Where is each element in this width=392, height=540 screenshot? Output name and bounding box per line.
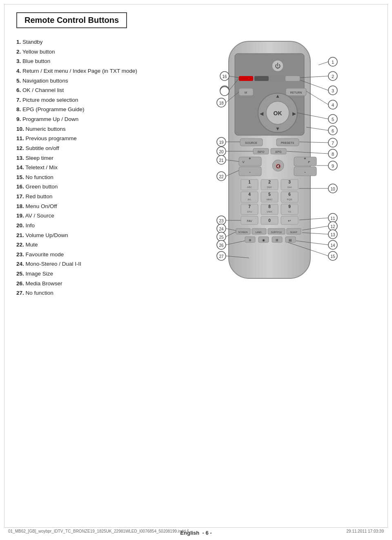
svg-text:23: 23 [219, 219, 224, 223]
remote-wrap: ⏻ M RETURN OK [212, 37, 343, 291]
svg-text:7: 7 [332, 141, 334, 146]
svg-text:SUBTITLE: SUBTITLE [271, 231, 282, 233]
svg-text:-: - [305, 170, 306, 174]
svg-text:DEF: DEF [267, 186, 272, 188]
svg-text:VWX: VWX [267, 211, 272, 213]
svg-text:M: M [245, 91, 247, 94]
svg-text:🔇: 🔇 [276, 164, 281, 169]
svg-text:◉: ◉ [262, 238, 265, 242]
svg-text:P: P [308, 160, 310, 164]
svg-text:YZ: YZ [288, 211, 291, 213]
svg-text:25: 25 [219, 235, 224, 240]
svg-text:9: 9 [288, 204, 291, 209]
footer: 01_MB62_[GB]_woybpr_IDTV_TC_BRONZE19_182… [0, 530, 392, 536]
svg-text:16: 16 [222, 74, 227, 79]
svg-text:EPG: EPG [276, 150, 282, 153]
svg-text:PQR: PQR [287, 198, 292, 201]
svg-text:V: V [242, 160, 245, 164]
svg-text:⊕: ⊕ [249, 238, 252, 242]
svg-rect-6 [270, 76, 284, 81]
svg-text:1: 1 [332, 60, 334, 65]
svg-text:-: - [249, 170, 251, 174]
svg-text:JKL: JKL [247, 198, 252, 201]
svg-text:3: 3 [288, 180, 291, 184]
svg-text:5: 5 [268, 192, 271, 197]
svg-rect-5 [254, 76, 269, 81]
svg-text:19: 19 [219, 140, 224, 145]
footer-page-number: - 6 - [203, 530, 212, 536]
svg-text:GHI: GHI [287, 186, 292, 188]
svg-text:6: 6 [288, 192, 291, 197]
svg-text:8: 8 [332, 152, 334, 157]
footer-file-left: 01_MB62_[GB]_woybpr_IDTV_TC_BRONZE19_182… [8, 529, 189, 533]
svg-text:▲: ▲ [275, 93, 280, 99]
svg-text:11: 11 [330, 216, 335, 221]
svg-text:24: 24 [219, 227, 224, 231]
svg-text:INFO: INFO [258, 150, 265, 153]
svg-text:2: 2 [332, 74, 334, 79]
svg-text:4: 4 [248, 192, 251, 197]
svg-text:15: 15 [330, 254, 335, 259]
svg-text:26: 26 [219, 243, 224, 248]
svg-text:10: 10 [330, 187, 335, 191]
svg-text:RETURN: RETURN [290, 91, 302, 94]
svg-text:STU: STU [247, 211, 252, 213]
svg-text:0: 0 [268, 218, 271, 223]
svg-text:3: 3 [332, 88, 334, 93]
remote-diagram: ⏻ M RETURN OK [180, 37, 376, 298]
svg-text:9: 9 [332, 164, 334, 168]
svg-text:5: 5 [332, 117, 334, 122]
footer-file-right: 29.11.2011 17:03:39 [346, 529, 384, 533]
svg-text:SLEEP: SLEEP [290, 231, 297, 233]
svg-text:◀: ◀ [260, 111, 264, 117]
svg-text:LANG.: LANG. [256, 231, 263, 233]
svg-text:8: 8 [268, 204, 271, 209]
svg-text:4: 4 [332, 103, 334, 108]
svg-text:⏻: ⏻ [275, 63, 281, 69]
svg-text:▼: ▼ [275, 126, 280, 132]
svg-rect-7 [285, 76, 300, 81]
svg-text:1: 1 [248, 180, 251, 184]
svg-rect-4 [239, 76, 253, 81]
svg-text:2: 2 [268, 180, 271, 184]
svg-text:12: 12 [330, 224, 335, 229]
svg-text:+: + [304, 157, 306, 161]
svg-text:OK: OK [274, 110, 282, 117]
svg-text:▶: ▶ [292, 111, 296, 117]
svg-text:20: 20 [219, 150, 224, 154]
svg-text:▤: ▤ [289, 238, 292, 242]
svg-text:+: + [249, 157, 251, 161]
svg-text:14: 14 [330, 243, 335, 248]
svg-text:22: 22 [219, 175, 224, 179]
svg-text:⊞: ⊞ [276, 238, 278, 242]
svg-text:27: 27 [219, 254, 224, 259]
svg-text:18: 18 [219, 101, 224, 105]
svg-text:ABC: ABC [247, 186, 252, 188]
svg-text:13: 13 [330, 233, 335, 237]
svg-text:MNO: MNO [267, 198, 272, 201]
svg-text:21: 21 [219, 158, 224, 163]
svg-text:FAV: FAV [247, 220, 252, 222]
svg-line-90 [318, 62, 328, 65]
svg-text:SOURCE: SOURCE [245, 141, 257, 144]
svg-text:SCREEN: SCREEN [238, 231, 248, 233]
svg-text:↩: ↩ [288, 219, 291, 223]
svg-point-139 [220, 87, 229, 96]
svg-text:7: 7 [248, 204, 251, 209]
svg-text:PRESETS: PRESETS [281, 141, 294, 144]
svg-text:6: 6 [332, 128, 334, 133]
